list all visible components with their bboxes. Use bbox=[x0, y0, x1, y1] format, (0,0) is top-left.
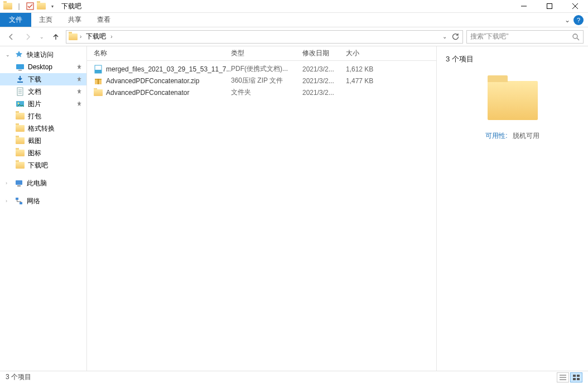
folder-icon bbox=[94, 88, 103, 97]
content-area: 名称 类型 修改日期 大小 merged_files_2021_03_29_15… bbox=[87, 46, 588, 371]
sidebar-item-label: Desktop bbox=[28, 63, 52, 71]
file-row[interactable]: AdvancedPDFConcatenator.zip360压缩 ZIP 文件2… bbox=[87, 75, 436, 87]
sidebar-item[interactable]: 格式转换 bbox=[0, 122, 86, 135]
column-header-type[interactable]: 类型 bbox=[231, 49, 302, 58]
star-icon bbox=[15, 50, 23, 59]
chevron-right-icon[interactable]: › bbox=[80, 33, 81, 40]
close-button[interactable] bbox=[562, 0, 588, 13]
folder-icon bbox=[37, 2, 46, 11]
sidebar-item-label: 文档 bbox=[28, 87, 41, 97]
pin-icon bbox=[76, 101, 82, 107]
recent-dropdown[interactable]: ⌄ bbox=[38, 30, 46, 44]
pin-icon bbox=[76, 64, 82, 70]
sidebar-item[interactable]: 下载吧 bbox=[0, 159, 86, 171]
file-type: 文件夹 bbox=[231, 88, 302, 97]
chevron-right-icon[interactable]: › bbox=[110, 33, 112, 40]
preview-panel: 3 个项目 可用性: 脱机可用 bbox=[436, 46, 588, 371]
preview-meta: 可用性: 脱机可用 bbox=[446, 131, 579, 141]
sidebar-item[interactable]: 打包 bbox=[0, 110, 86, 122]
chevron-right-icon[interactable]: › bbox=[6, 198, 11, 204]
ribbon-tab-home[interactable]: 主页 bbox=[31, 13, 60, 27]
file-date: 2021/3/2... bbox=[302, 89, 346, 97]
minimize-button[interactable] bbox=[511, 0, 537, 13]
chevron-down-icon[interactable]: ⌄ bbox=[6, 52, 11, 58]
sidebar-item[interactable]: 下载 bbox=[0, 73, 86, 85]
breadcrumb[interactable]: 下载吧 bbox=[84, 32, 108, 41]
pin-icon bbox=[76, 76, 82, 82]
column-header-name[interactable]: 名称 bbox=[94, 49, 231, 58]
ribbon: 文件 主页 共享 查看 ⌄ ? bbox=[0, 13, 588, 27]
sidebar-item[interactable]: Desktop bbox=[0, 61, 86, 73]
up-button[interactable] bbox=[49, 30, 62, 44]
sidebar-item[interactable]: 截图 bbox=[0, 135, 86, 147]
svg-point-5 bbox=[573, 34, 577, 39]
folder-icon bbox=[69, 32, 78, 41]
address-bar[interactable]: › 下载吧 › ⌄ bbox=[66, 30, 463, 44]
forward-button[interactable] bbox=[21, 30, 35, 44]
view-details-button[interactable] bbox=[557, 372, 569, 382]
refresh-icon[interactable] bbox=[451, 33, 459, 41]
svg-rect-17 bbox=[17, 185, 21, 186]
file-size: 1,612 KB bbox=[346, 65, 396, 73]
ribbon-tab-share[interactable]: 共享 bbox=[60, 13, 89, 27]
folder-icon bbox=[16, 161, 25, 170]
search-input[interactable]: 搜索"下载吧" bbox=[466, 30, 584, 44]
column-headers: 名称 类型 修改日期 大小 bbox=[87, 46, 436, 61]
file-date: 2021/3/2... bbox=[302, 77, 346, 85]
title-bar: | ▾ 下载吧 bbox=[0, 0, 588, 13]
svg-rect-9 bbox=[17, 82, 23, 83]
ribbon-expand-icon[interactable]: ⌄ bbox=[565, 16, 570, 24]
ribbon-file-tab[interactable]: 文件 bbox=[0, 13, 31, 27]
column-header-date[interactable]: 修改日期 bbox=[302, 49, 346, 58]
window-title: 下载吧 bbox=[61, 2, 81, 11]
sidebar-label: 快速访问 bbox=[27, 50, 54, 60]
network-icon bbox=[15, 197, 23, 205]
dropdown-icon[interactable]: ▾ bbox=[48, 2, 57, 11]
checkbox-icon[interactable] bbox=[26, 2, 35, 11]
svg-rect-24 bbox=[98, 79, 99, 84]
folder-icon bbox=[16, 136, 25, 145]
svg-rect-31 bbox=[577, 378, 580, 380]
download-icon bbox=[16, 75, 25, 84]
search-icon[interactable] bbox=[572, 33, 580, 41]
help-icon[interactable]: ? bbox=[573, 15, 584, 25]
folder-icon bbox=[16, 112, 25, 121]
svg-line-6 bbox=[577, 38, 579, 40]
svg-rect-19 bbox=[20, 202, 22, 204]
folder-icon bbox=[488, 81, 538, 120]
back-button[interactable] bbox=[4, 30, 18, 44]
sidebar-item[interactable]: 文档 bbox=[0, 85, 86, 98]
sidebar-item[interactable]: 图片 bbox=[0, 98, 86, 110]
pin-icon bbox=[76, 89, 82, 94]
sidebar-item[interactable]: 图标 bbox=[0, 147, 86, 159]
column-header-size[interactable]: 大小 bbox=[346, 49, 396, 58]
file-name: merged_files_2021_03_29_15_53_11_7... bbox=[106, 65, 231, 73]
ribbon-tab-view[interactable]: 查看 bbox=[89, 13, 118, 27]
folder-icon bbox=[16, 149, 25, 157]
file-name: AdvancedPDFConcatenator.zip bbox=[106, 77, 199, 85]
sidebar-network[interactable]: › 网络 bbox=[0, 195, 86, 207]
chevron-down-icon[interactable]: ⌄ bbox=[442, 33, 447, 40]
sidebar-this-pc[interactable]: › 此电脑 bbox=[0, 177, 86, 189]
file-row[interactable]: AdvancedPDFConcatenator文件夹2021/3/2... bbox=[87, 87, 436, 98]
maximize-button[interactable] bbox=[537, 0, 562, 13]
chevron-right-icon[interactable]: › bbox=[6, 180, 11, 186]
sidebar-quick-access[interactable]: ⌄ 快速访问 bbox=[0, 49, 86, 61]
pc-icon bbox=[15, 179, 23, 188]
folder-icon bbox=[3, 2, 12, 11]
sidebar-item-label: 下载 bbox=[28, 75, 41, 84]
sidebar-label: 网络 bbox=[27, 197, 40, 206]
zip-icon bbox=[94, 76, 103, 85]
preview-meta-key: 可用性: bbox=[485, 132, 507, 140]
desktop-icon bbox=[16, 63, 25, 71]
svg-rect-7 bbox=[16, 64, 24, 69]
view-icons-button[interactable] bbox=[570, 372, 582, 382]
file-list: 名称 类型 修改日期 大小 merged_files_2021_03_29_15… bbox=[87, 46, 436, 371]
file-date: 2021/3/2... bbox=[302, 65, 346, 73]
document-icon bbox=[16, 87, 25, 96]
file-name: AdvancedPDFConcatenator bbox=[106, 89, 189, 97]
sidebar-item-label: 图片 bbox=[28, 99, 41, 109]
sidebar-label: 此电脑 bbox=[27, 179, 47, 188]
sidebar-item-label: 下载吧 bbox=[28, 161, 48, 170]
file-row[interactable]: merged_files_2021_03_29_15_53_11_7...PDF… bbox=[87, 63, 436, 75]
